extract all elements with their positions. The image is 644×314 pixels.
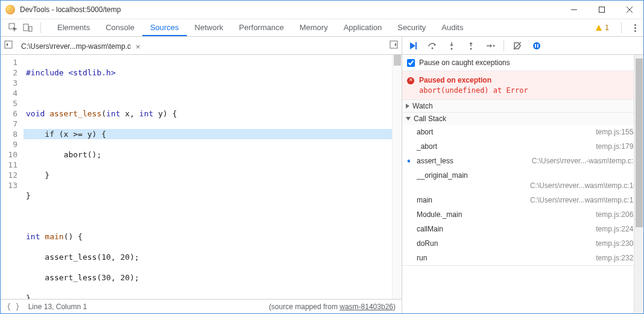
frame-location: temp.js:1558: [433, 128, 637, 136]
callstack-header[interactable]: Call Stack: [402, 113, 643, 125]
svg-rect-2: [24, 24, 28, 31]
paused-message: abort(undefined) at Error: [419, 86, 637, 95]
tab-performance[interactable]: Performance: [231, 19, 291, 36]
pause-on-caught-row[interactable]: Pause on caught exceptions: [402, 55, 643, 71]
frame-location: temp.js:1795: [437, 142, 637, 151]
tab-console[interactable]: Console: [98, 19, 142, 36]
tab-sources[interactable]: Sources: [142, 19, 187, 36]
frame-name: doRun: [417, 239, 438, 248]
frame-name: abort: [417, 128, 433, 136]
svg-point-11: [533, 42, 540, 49]
window-title: DevTools - localhost:5000/temp: [20, 5, 560, 14]
inspect-element-icon[interactable]: [7, 21, 20, 34]
source-map-info: (source mapped from wasm-81403b26): [269, 303, 396, 311]
watch-section[interactable]: Watch: [402, 100, 643, 113]
svg-point-9: [470, 48, 472, 49]
sources-subbar: C:\Users\rrever...mp-wasm\temp.c ×: [1, 37, 643, 55]
chevron-down-icon: [406, 117, 411, 121]
editor-scrollbar[interactable]: [392, 55, 402, 299]
tab-application[interactable]: Application: [336, 19, 390, 36]
callstack-frame[interactable]: doRuntemp.js:2308: [402, 236, 643, 251]
editor-pane: 12345678910111213 #include <stdlib.h> vo…: [1, 55, 402, 313]
frame-location: C:\Users\rrever...-wasm\temp.c:4: [453, 157, 637, 165]
separator: [621, 22, 622, 33]
tab-security[interactable]: Security: [390, 19, 434, 36]
tab-audits[interactable]: Audits: [434, 19, 471, 36]
step-into-button[interactable]: [444, 39, 459, 53]
separator: [504, 40, 504, 51]
pause-on-caught-checkbox[interactable]: [407, 59, 415, 67]
frame-name: __original_main: [417, 171, 468, 180]
frame-name: run: [417, 254, 427, 262]
panel-tabs: ElementsConsoleSourcesNetworkPerformance…: [49, 19, 592, 36]
paused-banner: Paused on exception abort(undefined) at …: [402, 71, 643, 100]
more-options-icon[interactable]: [630, 27, 640, 29]
deactivate-breakpoints-button[interactable]: [510, 39, 525, 53]
debugger-toolbar: [402, 37, 643, 54]
file-tabstrip: C:\Users\rrever...mp-wasm\temp.c ×: [1, 37, 402, 54]
code-body: #include <stdlib.h> void assert_less(int…: [24, 55, 402, 299]
execution-line: if (x >= y) {: [24, 129, 402, 139]
svg-rect-5: [390, 41, 397, 48]
titlebar: DevTools - localhost:5000/temp: [1, 1, 643, 19]
window-controls: [560, 1, 643, 19]
step-out-button[interactable]: [464, 39, 478, 53]
callstack-frame[interactable]: ➧assert_lessC:\Users\rrever...-wasm\temp…: [402, 154, 643, 168]
step-button[interactable]: [483, 39, 497, 53]
device-toolbar-icon[interactable]: [21, 21, 34, 34]
paused-title: Paused on exception: [419, 76, 637, 84]
frame-name: assert_less: [417, 157, 453, 165]
frame-name: Module._main: [417, 210, 462, 219]
callstack-frame[interactable]: runtemp.js:2323: [402, 251, 643, 265]
callstack-frame[interactable]: aborttemp.js:1558: [402, 125, 643, 139]
line-gutter: 12345678910111213: [1, 55, 24, 299]
svg-point-8: [451, 48, 453, 49]
show-navigator-icon[interactable]: [4, 40, 13, 51]
tab-memory[interactable]: Memory: [292, 19, 336, 36]
frame-location: C:\Users\rrever...wasm\temp.c:11: [432, 196, 637, 204]
sidepane-scrollbar[interactable]: [634, 55, 643, 313]
warning-icon: [595, 24, 602, 31]
svg-rect-0: [599, 7, 605, 13]
close-button[interactable]: [616, 1, 643, 19]
resume-button[interactable]: [406, 39, 420, 53]
cursor-position: Line 13, Column 1: [28, 303, 87, 311]
devtools-logo-icon: [5, 5, 15, 14]
code-editor[interactable]: 12345678910111213 #include <stdlib.h> vo…: [1, 55, 402, 299]
content: 12345678910111213 #include <stdlib.h> vo…: [1, 55, 643, 313]
file-tab-name: C:\Users\rrever...mp-wasm\temp.c: [21, 42, 131, 51]
svg-point-7: [432, 47, 434, 49]
svg-rect-3: [29, 27, 32, 31]
frame-location: temp.js:2308: [438, 239, 637, 248]
callstack-frame[interactable]: callMaintemp.js:2249: [402, 222, 643, 236]
devtools-window: DevTools - localhost:5000/temp ElementsC…: [0, 0, 644, 314]
callstack-frame[interactable]: Module._maintemp.js:2062: [402, 207, 643, 222]
svg-point-10: [493, 45, 495, 46]
pause-on-exceptions-button[interactable]: [529, 39, 544, 53]
separator: [40, 22, 41, 33]
tab-elements[interactable]: Elements: [49, 19, 98, 36]
pause-on-caught-label: Pause on caught exceptions: [419, 58, 510, 67]
source-map-link[interactable]: wasm-81403b26: [339, 303, 393, 311]
callstack-frame[interactable]: mainC:\Users\rrever...wasm\temp.c:11: [402, 193, 643, 207]
main-toolbar: ElementsConsoleSourcesNetworkPerformance…: [1, 19, 643, 37]
file-tab[interactable]: C:\Users\rrever...mp-wasm\temp.c ×: [17, 39, 144, 54]
warnings-badge[interactable]: 1: [592, 24, 613, 32]
step-over-button[interactable]: [425, 39, 440, 53]
current-frame-arrow-icon: ➧: [406, 157, 412, 165]
svg-rect-6: [415, 42, 417, 49]
maximize-button[interactable]: [588, 1, 616, 19]
frame-location: temp.js:2249: [443, 225, 637, 233]
file-tab-close-icon[interactable]: ×: [136, 42, 140, 51]
callstack-frame[interactable]: _aborttemp.js:1795: [402, 139, 643, 154]
scroll-thumb[interactable]: [636, 58, 643, 227]
debugger-sidepane: Pause on caught exceptions Paused on exc…: [402, 55, 643, 313]
statusbar: { } Line 13, Column 1 (source mapped fro…: [1, 299, 402, 313]
callstack-section: Call Stack aborttemp.js:1558_aborttemp.j…: [402, 113, 643, 266]
tab-network[interactable]: Network: [187, 19, 232, 36]
callstack-frame[interactable]: __original_mainC:\Users\rrever...wasm\te…: [402, 168, 643, 193]
format-icon[interactable]: { }: [7, 303, 20, 311]
show-debugger-icon[interactable]: [390, 40, 398, 51]
minimize-button[interactable]: [560, 1, 588, 19]
svg-rect-4: [5, 41, 12, 48]
